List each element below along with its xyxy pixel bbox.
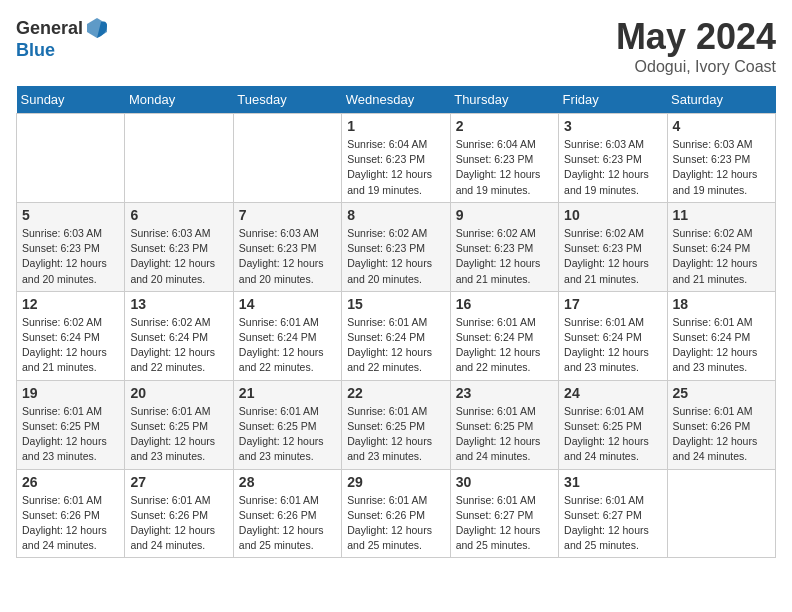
logo-general-text: General — [16, 18, 83, 39]
header: General Blue May 2024 Odogui, Ivory Coas… — [16, 16, 776, 76]
day-number: 11 — [673, 207, 770, 223]
calendar-cell: 18 Sunrise: 6:01 AMSunset: 6:24 PMDaylig… — [667, 291, 775, 380]
day-info: Sunrise: 6:04 AMSunset: 6:23 PMDaylight:… — [456, 137, 553, 198]
calendar-cell: 12 Sunrise: 6:02 AMSunset: 6:24 PMDaylig… — [17, 291, 125, 380]
day-number: 2 — [456, 118, 553, 134]
weekday-header-friday: Friday — [559, 86, 667, 114]
day-info: Sunrise: 6:01 AMSunset: 6:26 PMDaylight:… — [239, 493, 336, 554]
calendar-cell: 14 Sunrise: 6:01 AMSunset: 6:24 PMDaylig… — [233, 291, 341, 380]
calendar-cell: 29 Sunrise: 6:01 AMSunset: 6:26 PMDaylig… — [342, 469, 450, 558]
calendar-week-2: 5 Sunrise: 6:03 AMSunset: 6:23 PMDayligh… — [17, 202, 776, 291]
day-info: Sunrise: 6:01 AMSunset: 6:25 PMDaylight:… — [22, 404, 119, 465]
day-info: Sunrise: 6:02 AMSunset: 6:24 PMDaylight:… — [673, 226, 770, 287]
calendar-cell: 3 Sunrise: 6:03 AMSunset: 6:23 PMDayligh… — [559, 114, 667, 203]
title-area: May 2024 Odogui, Ivory Coast — [616, 16, 776, 76]
calendar-cell: 25 Sunrise: 6:01 AMSunset: 6:26 PMDaylig… — [667, 380, 775, 469]
calendar-cell: 9 Sunrise: 6:02 AMSunset: 6:23 PMDayligh… — [450, 202, 558, 291]
calendar-cell: 22 Sunrise: 6:01 AMSunset: 6:25 PMDaylig… — [342, 380, 450, 469]
calendar-cell: 13 Sunrise: 6:02 AMSunset: 6:24 PMDaylig… — [125, 291, 233, 380]
day-info: Sunrise: 6:01 AMSunset: 6:26 PMDaylight:… — [347, 493, 444, 554]
day-number: 21 — [239, 385, 336, 401]
day-info: Sunrise: 6:01 AMSunset: 6:24 PMDaylight:… — [564, 315, 661, 376]
calendar-cell: 7 Sunrise: 6:03 AMSunset: 6:23 PMDayligh… — [233, 202, 341, 291]
calendar-week-3: 12 Sunrise: 6:02 AMSunset: 6:24 PMDaylig… — [17, 291, 776, 380]
day-info: Sunrise: 6:01 AMSunset: 6:27 PMDaylight:… — [456, 493, 553, 554]
weekday-header-thursday: Thursday — [450, 86, 558, 114]
day-info: Sunrise: 6:03 AMSunset: 6:23 PMDaylight:… — [673, 137, 770, 198]
day-number: 14 — [239, 296, 336, 312]
day-info: Sunrise: 6:02 AMSunset: 6:23 PMDaylight:… — [456, 226, 553, 287]
day-info: Sunrise: 6:01 AMSunset: 6:27 PMDaylight:… — [564, 493, 661, 554]
day-info: Sunrise: 6:01 AMSunset: 6:25 PMDaylight:… — [564, 404, 661, 465]
calendar-cell: 16 Sunrise: 6:01 AMSunset: 6:24 PMDaylig… — [450, 291, 558, 380]
day-number: 3 — [564, 118, 661, 134]
day-info: Sunrise: 6:02 AMSunset: 6:23 PMDaylight:… — [347, 226, 444, 287]
day-number: 22 — [347, 385, 444, 401]
day-number: 8 — [347, 207, 444, 223]
day-info: Sunrise: 6:01 AMSunset: 6:25 PMDaylight:… — [347, 404, 444, 465]
calendar-cell — [125, 114, 233, 203]
day-info: Sunrise: 6:01 AMSunset: 6:25 PMDaylight:… — [239, 404, 336, 465]
day-number: 12 — [22, 296, 119, 312]
calendar-cell — [17, 114, 125, 203]
calendar-cell: 17 Sunrise: 6:01 AMSunset: 6:24 PMDaylig… — [559, 291, 667, 380]
calendar-cell — [667, 469, 775, 558]
calendar-cell: 31 Sunrise: 6:01 AMSunset: 6:27 PMDaylig… — [559, 469, 667, 558]
calendar-cell: 15 Sunrise: 6:01 AMSunset: 6:24 PMDaylig… — [342, 291, 450, 380]
day-info: Sunrise: 6:02 AMSunset: 6:24 PMDaylight:… — [130, 315, 227, 376]
day-info: Sunrise: 6:03 AMSunset: 6:23 PMDaylight:… — [130, 226, 227, 287]
day-number: 5 — [22, 207, 119, 223]
day-number: 6 — [130, 207, 227, 223]
day-info: Sunrise: 6:01 AMSunset: 6:25 PMDaylight:… — [456, 404, 553, 465]
day-number: 15 — [347, 296, 444, 312]
calendar-week-4: 19 Sunrise: 6:01 AMSunset: 6:25 PMDaylig… — [17, 380, 776, 469]
location-title: Odogui, Ivory Coast — [616, 58, 776, 76]
logo: General Blue — [16, 16, 109, 61]
day-info: Sunrise: 6:03 AMSunset: 6:23 PMDaylight:… — [22, 226, 119, 287]
calendar-cell: 24 Sunrise: 6:01 AMSunset: 6:25 PMDaylig… — [559, 380, 667, 469]
month-title: May 2024 — [616, 16, 776, 58]
calendar-cell: 10 Sunrise: 6:02 AMSunset: 6:23 PMDaylig… — [559, 202, 667, 291]
day-info: Sunrise: 6:01 AMSunset: 6:26 PMDaylight:… — [130, 493, 227, 554]
day-info: Sunrise: 6:03 AMSunset: 6:23 PMDaylight:… — [239, 226, 336, 287]
day-number: 20 — [130, 385, 227, 401]
day-number: 17 — [564, 296, 661, 312]
calendar-cell: 28 Sunrise: 6:01 AMSunset: 6:26 PMDaylig… — [233, 469, 341, 558]
day-info: Sunrise: 6:01 AMSunset: 6:24 PMDaylight:… — [239, 315, 336, 376]
day-info: Sunrise: 6:01 AMSunset: 6:24 PMDaylight:… — [456, 315, 553, 376]
day-number: 19 — [22, 385, 119, 401]
day-number: 28 — [239, 474, 336, 490]
day-number: 29 — [347, 474, 444, 490]
day-number: 18 — [673, 296, 770, 312]
day-info: Sunrise: 6:02 AMSunset: 6:24 PMDaylight:… — [22, 315, 119, 376]
weekday-header-row: SundayMondayTuesdayWednesdayThursdayFrid… — [17, 86, 776, 114]
day-number: 1 — [347, 118, 444, 134]
day-number: 31 — [564, 474, 661, 490]
calendar-cell: 4 Sunrise: 6:03 AMSunset: 6:23 PMDayligh… — [667, 114, 775, 203]
weekday-header-sunday: Sunday — [17, 86, 125, 114]
calendar-cell: 19 Sunrise: 6:01 AMSunset: 6:25 PMDaylig… — [17, 380, 125, 469]
calendar-cell: 2 Sunrise: 6:04 AMSunset: 6:23 PMDayligh… — [450, 114, 558, 203]
calendar-table: SundayMondayTuesdayWednesdayThursdayFrid… — [16, 86, 776, 558]
calendar-cell — [233, 114, 341, 203]
day-info: Sunrise: 6:01 AMSunset: 6:25 PMDaylight:… — [130, 404, 227, 465]
day-info: Sunrise: 6:03 AMSunset: 6:23 PMDaylight:… — [564, 137, 661, 198]
calendar-cell: 11 Sunrise: 6:02 AMSunset: 6:24 PMDaylig… — [667, 202, 775, 291]
day-number: 24 — [564, 385, 661, 401]
day-number: 9 — [456, 207, 553, 223]
weekday-header-wednesday: Wednesday — [342, 86, 450, 114]
day-number: 27 — [130, 474, 227, 490]
day-info: Sunrise: 6:01 AMSunset: 6:26 PMDaylight:… — [673, 404, 770, 465]
day-info: Sunrise: 6:01 AMSunset: 6:26 PMDaylight:… — [22, 493, 119, 554]
weekday-header-tuesday: Tuesday — [233, 86, 341, 114]
calendar-cell: 5 Sunrise: 6:03 AMSunset: 6:23 PMDayligh… — [17, 202, 125, 291]
calendar-cell: 20 Sunrise: 6:01 AMSunset: 6:25 PMDaylig… — [125, 380, 233, 469]
calendar-cell: 1 Sunrise: 6:04 AMSunset: 6:23 PMDayligh… — [342, 114, 450, 203]
day-number: 7 — [239, 207, 336, 223]
calendar-cell: 26 Sunrise: 6:01 AMSunset: 6:26 PMDaylig… — [17, 469, 125, 558]
day-info: Sunrise: 6:04 AMSunset: 6:23 PMDaylight:… — [347, 137, 444, 198]
day-info: Sunrise: 6:02 AMSunset: 6:23 PMDaylight:… — [564, 226, 661, 287]
logo-icon — [85, 16, 109, 40]
day-number: 13 — [130, 296, 227, 312]
calendar-cell: 30 Sunrise: 6:01 AMSunset: 6:27 PMDaylig… — [450, 469, 558, 558]
